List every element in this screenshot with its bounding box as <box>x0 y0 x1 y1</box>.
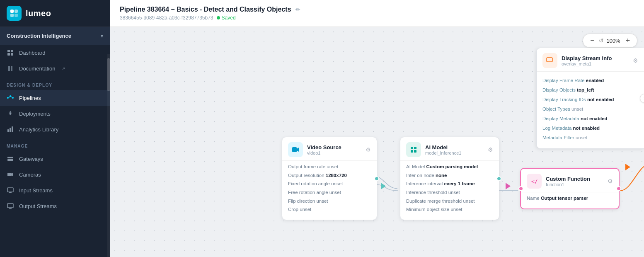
display-stream-gear-icon[interactable]: ⚙ <box>633 57 638 64</box>
camera-icon <box>7 171 14 178</box>
prop-display-metadata: Display Metadata not enabled <box>542 114 638 124</box>
documentation-label: Documentation <box>19 65 55 72</box>
output-streams-label: Output Streams <box>19 203 57 209</box>
node-prop: Free rotation angle unset <box>288 188 371 197</box>
ai-model-node[interactable]: AI Model model_inference1 ⚙ AI Model Cus… <box>400 137 499 220</box>
sidebar-item-pipelines[interactable]: Pipelines <box>0 90 110 106</box>
server-icon <box>7 155 14 162</box>
ai-model-header: AI Model model_inference1 ⚙ <box>400 137 499 160</box>
prop-object-types: Object Types unset <box>542 104 638 114</box>
sidebar-item-analytics[interactable]: Analytics Library <box>0 121 110 137</box>
ai-model-title: AI Model <box>425 144 461 150</box>
display-stream-body: Display Frame Rate enabled Display Objec… <box>537 72 644 148</box>
node-title-group: AI Model model_inference1 <box>425 144 461 155</box>
svg-rect-24 <box>9 208 12 209</box>
video-source-subtitle: video1 <box>307 150 341 155</box>
output-connector-dot-cf[interactable] <box>616 186 621 191</box>
svg-line-11 <box>9 97 10 98</box>
node-icon-title: AI Model model_inference1 <box>406 142 461 157</box>
dashboard-label: Dashboard <box>19 50 46 56</box>
prop-display-frame-rate: Display Frame Rate enabled <box>542 76 638 85</box>
book-icon <box>7 65 14 72</box>
custom-function-node[interactable]: </> Custom Function function1 ⚙ Name Out… <box>520 168 620 209</box>
zoom-level: 100% <box>605 38 621 44</box>
custom-function-icon: </> <box>527 174 542 189</box>
video-source-icon <box>288 142 303 157</box>
sidebar-logo: lumeo <box>0 0 110 27</box>
pipeline-canvas-area[interactable]: − ↺ 100% + Video Sou <box>110 27 644 257</box>
sidebar-item-documentation[interactable]: Documentation ↗ <box>0 61 110 76</box>
ai-model-gear-icon[interactable]: ⚙ <box>488 146 493 153</box>
edit-icon[interactable]: ✏ <box>295 6 300 13</box>
display-stream-subtitle: overlay_meta1 <box>562 61 612 66</box>
svg-rect-7 <box>11 53 13 56</box>
sidebar-item-cameras[interactable]: Cameras <box>0 167 110 182</box>
node-prop: Duplicate merge threshold unset <box>406 197 493 206</box>
svg-rect-26 <box>411 147 413 149</box>
video-source-body: Output frame rate unset Output resolutio… <box>282 160 377 220</box>
svg-text:</>: </> <box>531 178 538 184</box>
video-source-gear-icon[interactable]: ⚙ <box>366 146 371 153</box>
monitor-out-icon <box>7 202 14 210</box>
svg-rect-21 <box>7 188 13 192</box>
svg-line-12 <box>11 97 12 97</box>
svg-rect-16 <box>12 126 13 132</box>
svg-rect-22 <box>9 192 12 193</box>
custom-function-header: </> Custom Function function1 ⚙ <box>521 169 619 192</box>
zoom-refresh-icon[interactable]: ↺ <box>599 37 604 44</box>
svg-rect-28 <box>411 150 413 153</box>
analytics-label: Analytics Library <box>19 126 58 133</box>
svg-point-20 <box>12 160 12 160</box>
svg-rect-29 <box>414 150 416 153</box>
video-source-node[interactable]: Video Source video1 ⚙ Output frame rate … <box>282 137 377 220</box>
info-panel-icon-title: Display Stream Info overlay_meta1 <box>542 53 612 68</box>
sidebar-item-gateways[interactable]: Gateways <box>0 151 110 167</box>
sidebar-item-output-streams[interactable]: Output Streams <box>0 198 110 214</box>
svg-point-10 <box>12 97 14 99</box>
display-stream-panel[interactable]: Display Stream Info overlay_meta1 ⚙ Disp… <box>536 48 644 149</box>
sidebar-item-input-streams[interactable]: Input Streams <box>0 182 110 198</box>
page-title-row: Pipeline 383664 – Basics - Detect and Cl… <box>120 6 634 13</box>
page-id: 38366455-d089-482a-a03c-f32987735b73 <box>120 15 213 21</box>
deployments-label: Deployments <box>19 111 51 117</box>
svg-rect-15 <box>10 128 11 132</box>
input-streams-label: Input Streams <box>19 187 53 194</box>
svg-point-19 <box>12 157 12 158</box>
zoom-in-button[interactable]: + <box>623 36 633 46</box>
input-connector-dot-cf[interactable] <box>518 186 523 191</box>
node-prop: Inference interval every 1 frame <box>406 179 493 188</box>
output-connector-dot-ai[interactable] <box>496 176 501 181</box>
node-title-group: Custom Function function1 <box>546 176 590 187</box>
page-subtitle-row: 38366455-d089-482a-a03c-f32987735b73 Sav… <box>120 15 634 21</box>
svg-point-13 <box>10 113 11 114</box>
node-prop: Minimum object size unset <box>406 205 493 214</box>
svg-rect-0 <box>10 10 14 13</box>
svg-rect-31 <box>547 58 552 62</box>
node-prop: Name Output tensor parser <box>527 194 613 203</box>
sidebar-item-dashboard[interactable]: Dashboard <box>0 45 110 61</box>
design-deploy-section-label: DESIGN & DEPLOY <box>0 76 110 90</box>
svg-rect-14 <box>7 129 9 132</box>
lumeo-logo-icon <box>7 6 22 21</box>
saved-badge: Saved <box>217 15 236 21</box>
workspace-selector[interactable]: Construction Intelligence ▾ <box>0 27 110 45</box>
zoom-out-button[interactable]: − <box>587 36 597 46</box>
ai-model-icon <box>406 142 421 157</box>
node-prop: Inference threshold unset <box>406 188 493 197</box>
node-prop: Output resolution 1280x720 <box>288 171 371 180</box>
sidebar-item-deployments[interactable]: Deployments <box>0 106 110 121</box>
logo-text: lumeo <box>26 9 51 18</box>
node-prop: AI Model Custom parsing model <box>406 162 493 171</box>
prop-display-objects: Display Objects top_left <box>542 85 638 95</box>
svg-point-8 <box>7 97 9 99</box>
output-connector-dot[interactable] <box>374 176 379 181</box>
display-stream-header: Display Stream Info overlay_meta1 ⚙ <box>537 48 644 72</box>
node-prop: Output frame rate unset <box>288 162 371 171</box>
page-title: Pipeline 383664 – Basics - Detect and Cl… <box>120 6 291 13</box>
grid-icon <box>7 49 14 56</box>
pipelines-label: Pipelines <box>19 95 41 101</box>
gateways-label: Gateways <box>19 156 43 162</box>
svg-rect-2 <box>10 14 14 17</box>
custom-function-gear-icon[interactable]: ⚙ <box>608 178 613 184</box>
chevron-down-icon: ▾ <box>101 33 103 39</box>
